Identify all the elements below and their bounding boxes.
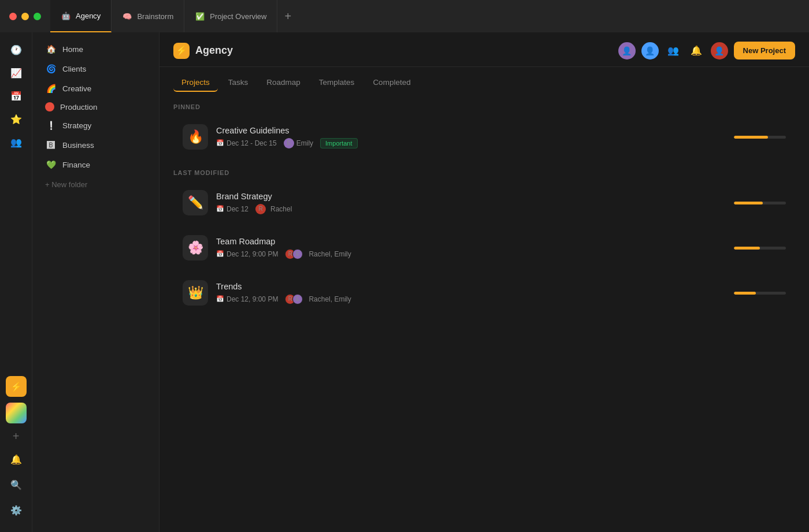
- project-date-brand-strategy: 📅 Dec 12: [216, 205, 248, 213]
- assignee-names: Rachel, Emily: [309, 250, 351, 258]
- project-meta-brand-strategy: 📅 Dec 12 R Rachel: [216, 204, 720, 214]
- rail-search-icon[interactable]: 🔍: [6, 474, 27, 495]
- sidebar-item-creative[interactable]: 🌈 Creative: [36, 79, 155, 98]
- project-item-brand-strategy[interactable]: ✏️ Brand Strategy 📅 Dec 12 R Rachel: [173, 182, 795, 224]
- current-user-avatar[interactable]: 👤: [711, 42, 728, 59]
- progress-bar-trends: [734, 292, 786, 295]
- project-date-team-roadmap: 📅 Dec 12, 9:00 PM: [216, 250, 278, 258]
- avatar-user2[interactable]: 👤: [641, 42, 659, 59]
- project-icon-creative-guidelines: 🔥: [183, 124, 208, 150]
- assignee-avatar-emily: E: [292, 249, 303, 259]
- tab-project-overview[interactable]: ✅ Project Overview: [184, 0, 277, 32]
- rail-calendar-icon[interactable]: 📅: [6, 85, 27, 106]
- assignee-avatar: E: [284, 138, 294, 148]
- nav-tab-roadmap[interactable]: Roadmap: [258, 74, 309, 92]
- new-folder-button[interactable]: + New folder: [36, 177, 155, 192]
- sidebar-item-strategy[interactable]: ❕ Strategy: [36, 116, 155, 135]
- progress-fill: [734, 292, 756, 295]
- nav-tab-tasks[interactable]: Tasks: [220, 74, 257, 92]
- tab-agency[interactable]: 🤖 Agency: [50, 0, 112, 32]
- date-text: Dec 12, 9:00 PM: [227, 295, 278, 303]
- assignee-name: Emily: [296, 139, 313, 147]
- project-item-creative-guidelines[interactable]: 🔥 Creative Guidelines 📅 Dec 12 - Dec 15 …: [173, 116, 795, 158]
- rail-notifications-icon[interactable]: 🔔: [6, 449, 27, 470]
- project-assignees-trends: R E Rachel, Emily: [285, 294, 351, 304]
- project-meta-trends: 📅 Dec 12, 9:00 PM R E Rachel, Emily: [216, 294, 720, 304]
- sidebar-label-home: Home: [62, 45, 83, 54]
- sidebar-item-clients[interactable]: 🌀 Clients: [36, 59, 155, 79]
- progress-bar-team-roadmap: [734, 247, 786, 250]
- avatar-user1[interactable]: 👤: [618, 42, 636, 59]
- nav-tab-projects[interactable]: Projects: [173, 74, 218, 92]
- project-date-creative-guidelines: 📅 Dec 12 - Dec 15: [216, 139, 277, 147]
- notifications-icon[interactable]: 🔔: [688, 42, 705, 59]
- tab-overview-icon: ✅: [195, 11, 205, 21]
- production-icon: [45, 102, 54, 111]
- progress-track: [734, 202, 786, 204]
- project-list: PINNED 🔥 Creative Guidelines 📅 Dec 12 - …: [159, 92, 809, 532]
- calendar-icon: 📅: [216, 139, 224, 147]
- sidebar-label-finance: Finance: [62, 161, 90, 169]
- tab-agency-icon: 🤖: [61, 10, 71, 21]
- tab-overview-label: Project Overview: [210, 12, 266, 21]
- sidebar-item-production[interactable]: Production: [36, 98, 155, 116]
- tag-important: Important: [320, 138, 357, 148]
- project-icon-brand-strategy: ✏️: [183, 190, 208, 215]
- sidebar-item-finance[interactable]: 💚 Finance: [36, 155, 155, 174]
- sidebar-label-creative: Creative: [62, 84, 91, 93]
- sidebar-item-business[interactable]: 🅱 Business: [36, 135, 155, 155]
- assignees-group: R E: [285, 249, 303, 259]
- sidebar-label-strategy: Strategy: [62, 121, 91, 130]
- content-header: ⚡ Agency 👤 👤 👥 🔔 👤 New Project: [159, 32, 809, 67]
- calendar-icon: 📅: [216, 250, 224, 258]
- sidebar-item-home[interactable]: 🏠 Home: [36, 39, 155, 59]
- invite-members-icon[interactable]: 👥: [665, 42, 682, 59]
- rail-settings-icon[interactable]: ⚙️: [6, 500, 27, 520]
- content-title-icon: ⚡: [173, 43, 190, 59]
- close-button[interactable]: [9, 13, 17, 20]
- new-folder-label: + New folder: [45, 180, 87, 189]
- rail-pulse-icon[interactable]: 📈: [6, 62, 27, 83]
- tab-brainstorm[interactable]: 🧠 Brainstorm: [112, 0, 184, 32]
- rail-add-workspace-icon[interactable]: +: [6, 426, 27, 447]
- minimize-button[interactable]: [21, 13, 29, 20]
- titlebar: 🤖 Agency 🧠 Brainstorm ✅ Project Overview…: [0, 0, 809, 32]
- project-name-creative-guidelines: Creative Guidelines: [216, 126, 720, 135]
- content-title: ⚡ Agency: [173, 43, 233, 59]
- maximize-button[interactable]: [34, 13, 41, 20]
- assignees-group: R E: [285, 294, 303, 304]
- date-text: Dec 12, 9:00 PM: [227, 250, 278, 258]
- project-item-trends[interactable]: 👑 Trends 📅 Dec 12, 9:00 PM R E: [173, 272, 795, 314]
- rail-activity-icon[interactable]: 🕐: [6, 39, 27, 60]
- business-icon: 🅱: [45, 139, 57, 151]
- project-assignees-brand-strategy: R Rachel: [255, 204, 292, 214]
- tab-brainstorm-label: Brainstorm: [137, 12, 173, 21]
- rail-favorites-icon[interactable]: ⭐: [6, 109, 27, 129]
- new-project-button[interactable]: New Project: [734, 42, 795, 59]
- progress-bar-creative-guidelines: [734, 136, 786, 139]
- finance-icon: 💚: [45, 159, 57, 170]
- calendar-icon: 📅: [216, 205, 224, 213]
- nav-tab-templates[interactable]: Templates: [311, 74, 363, 92]
- rail-rainbow-icon[interactable]: [6, 403, 27, 423]
- project-assignees-team-roadmap: R E Rachel, Emily: [285, 249, 351, 259]
- calendar-icon: 📅: [216, 295, 224, 303]
- section-last-modified-label: LAST MODIFIED: [173, 169, 795, 176]
- section-pinned-label: PINNED: [173, 103, 795, 110]
- tab-agency-label: Agency: [76, 12, 101, 20]
- assignee-avatar-emily: E: [292, 294, 303, 304]
- project-info-brand-strategy: Brand Strategy 📅 Dec 12 R Rachel: [216, 192, 720, 214]
- project-meta-team-roadmap: 📅 Dec 12, 9:00 PM R E Rachel, Emily: [216, 249, 720, 259]
- progress-fill: [734, 136, 768, 139]
- tab-bar: 🤖 Agency 🧠 Brainstorm ✅ Project Overview…: [50, 0, 809, 32]
- add-tab-button[interactable]: +: [277, 0, 298, 32]
- tab-brainstorm-icon: 🧠: [122, 11, 132, 21]
- rail-workspace-icon[interactable]: ⚡: [6, 376, 27, 397]
- project-item-team-roadmap[interactable]: 🌸 Team Roadmap 📅 Dec 12, 9:00 PM R E: [173, 227, 795, 269]
- clients-icon: 🌀: [45, 63, 57, 75]
- rail-members-icon[interactable]: 👥: [6, 132, 27, 152]
- assignee-name: Rachel: [270, 205, 292, 213]
- nav-tab-completed[interactable]: Completed: [365, 74, 418, 92]
- sidebar-label-business: Business: [62, 141, 94, 150]
- project-icon-team-roadmap: 🌸: [183, 235, 208, 261]
